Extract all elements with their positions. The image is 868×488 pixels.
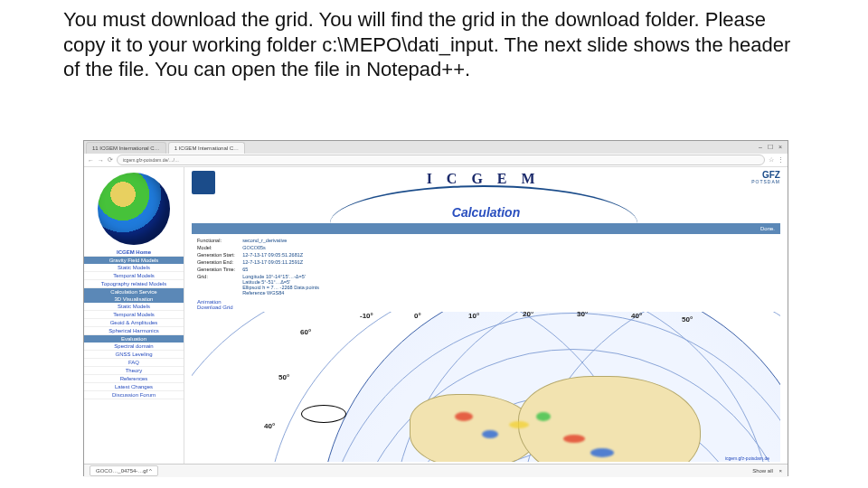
lon-tick: 20° — [523, 312, 533, 318]
sidebar-link[interactable]: Temporal Models — [84, 272, 184, 280]
status-text: Done. — [760, 226, 775, 231]
download-bar: GOCO…_04754-…gf ^ Show all × — [84, 464, 788, 477]
page-main: I C G E M GFZPOTSDAM Calculation Done. F… — [184, 167, 788, 464]
nav-reload-icon[interactable]: ⟳ — [108, 156, 113, 164]
param-label: Grid: — [197, 274, 235, 281]
param-value: second_r_derivative — [242, 238, 319, 245]
window-close-icon[interactable]: × — [778, 144, 782, 151]
param-label: Generation Time: — [197, 267, 235, 274]
map-globe — [318, 312, 780, 462]
param-value: GOCO05s — [242, 245, 319, 252]
browser-menu-icon[interactable]: ⋮ — [778, 156, 784, 164]
lat-tick: 50° — [278, 373, 289, 381]
param-value: 12-7-13-17 09:05:51.2681Z — [242, 252, 319, 259]
nav-back-icon[interactable]: ← — [88, 157, 94, 164]
param-value: Longitude 10°-14°15'…-Δ=5' Latitude 5°-5… — [242, 274, 319, 296]
sidebar-link[interactable]: Latest Changes — [84, 383, 184, 391]
sidebar-home-link[interactable]: ICGEM Home — [84, 249, 184, 257]
gfz-logo: GFZPOTSDAM — [751, 171, 780, 184]
lon-tick: 50° — [682, 315, 693, 324]
map-footer: icgem.gfz-potsdam.de — [725, 455, 769, 461]
gravity-map: -10° 0° 10° 20° 30° 40° 50° 60° 50° 40° … — [192, 312, 780, 462]
sidebar-link[interactable]: Static Models — [84, 303, 184, 311]
sidebar-link[interactable]: Spectral domain — [84, 343, 184, 351]
param-value: 12-7-13-17 09:05:11.2591Z — [242, 259, 319, 267]
sidebar-link[interactable]: Theory — [84, 367, 184, 375]
slide-instruction-text: You must download the grid. You will fin… — [63, 7, 805, 82]
calculation-params: Functional: Model: Generation Start: Gen… — [184, 234, 788, 297]
site-sidebar: ICGEM Home Gravity Field Models Static M… — [84, 167, 184, 464]
param-label: Functional: — [197, 238, 235, 245]
show-all-downloads-link[interactable]: Show all — [752, 468, 773, 474]
lat-tick: 40° — [264, 422, 275, 430]
url-field[interactable]: icgem.gfz-potsdam.de/…/… — [117, 155, 765, 165]
sidebar-link[interactable]: Topography related Models — [84, 280, 184, 288]
browser-tab[interactable]: 11 ICGEM International C… — [86, 142, 166, 154]
sidebar-link[interactable]: Spherical Harmonics — [84, 327, 184, 335]
sidebar-section-head: Gravity Field Models — [84, 257, 184, 264]
downloaded-file-chip[interactable]: GOCO…_04754-…gf ^ — [90, 465, 158, 476]
iag-logo-icon — [192, 171, 215, 194]
sidebar-link[interactable]: GNSS Leveling — [84, 351, 184, 359]
site-title: I C G E M — [330, 171, 637, 187]
lon-tick: 30° — [577, 312, 588, 318]
sidebar-link[interactable]: Discussion Forum — [84, 391, 184, 399]
lon-tick: 10° — [468, 312, 479, 320]
browser-tab[interactable]: 1 ICGEM International C… — [168, 142, 245, 154]
sidebar-link[interactable]: Static Models — [84, 264, 184, 272]
param-label: Model: — [197, 245, 235, 252]
sidebar-link[interactable]: Geoid & Amplitudes — [84, 319, 184, 327]
window-maximize-icon[interactable]: ☐ — [768, 144, 773, 151]
status-bar: Done. — [192, 223, 780, 234]
window-minimize-icon[interactable]: – — [759, 144, 762, 151]
param-value: 65 — [242, 267, 319, 274]
close-downloads-icon[interactable]: × — [778, 468, 782, 474]
sidebar-section-head: 3D Visualisation — [84, 296, 184, 303]
sidebar-link[interactable]: References — [84, 375, 184, 383]
browser-toolbar: ← → ⟳ icgem.gfz-potsdam.de/…/… ☆ ⋮ — [84, 154, 788, 167]
annotation-circle-icon — [301, 405, 346, 423]
sidebar-section-head: Evaluation — [84, 335, 184, 343]
lon-tick: -10° — [360, 312, 373, 320]
param-label: Generation Start: — [197, 252, 235, 259]
browser-screenshot: 11 ICGEM International C… 1 ICGEM Intern… — [83, 140, 788, 476]
sidebar-link[interactable]: FAQ — [84, 359, 184, 367]
lat-tick: 60° — [300, 328, 311, 336]
sidebar-link[interactable]: Temporal Models — [84, 311, 184, 319]
sidebar-section-head: Calculation Service — [84, 288, 184, 296]
page-subtitle: Calculation — [184, 205, 788, 220]
globe-logo-icon — [98, 173, 170, 245]
bookmark-star-icon[interactable]: ☆ — [769, 156, 774, 164]
nav-forward-icon[interactable]: → — [98, 157, 104, 164]
param-label: Generation End: — [197, 259, 235, 267]
download-grid-link[interactable]: Download Grid — [197, 305, 775, 310]
lon-tick: 0° — [414, 312, 421, 320]
browser-tabstrip: 11 ICGEM International C… 1 ICGEM Intern… — [84, 141, 788, 154]
lon-tick: 40° — [631, 312, 642, 320]
